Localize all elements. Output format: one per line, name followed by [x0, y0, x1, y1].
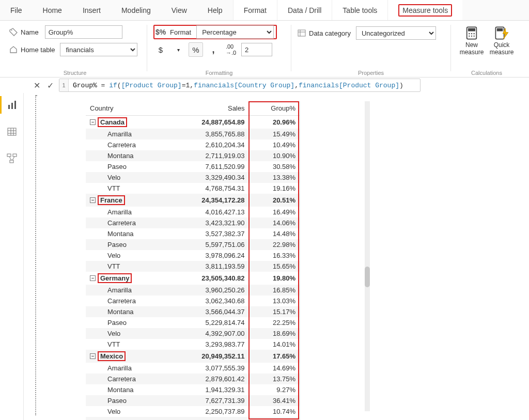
vertical-scrollbar[interactable] — [365, 101, 370, 411]
sales-value: 7,611,520.99 — [169, 161, 248, 172]
home-table-select[interactable]: financials — [60, 43, 137, 56]
decimals-input[interactable] — [241, 43, 272, 56]
decimal-auto-button[interactable]: .00→.0 — [224, 42, 238, 57]
ribbon-tab-home[interactable]: Home — [33, 0, 72, 20]
table-row[interactable]: Carretera2,610,204.3410.49% — [86, 139, 300, 150]
table-row[interactable]: Velo3,329,490.3413.38% — [86, 172, 300, 183]
grouppct-value: 20.51% — [249, 194, 300, 207]
ribbon-tab-measure-tools[interactable]: Measure tools — [387, 0, 462, 20]
product-name: Velo — [86, 250, 169, 261]
ribbon-tab-modeling[interactable]: Modeling — [111, 0, 161, 20]
ribbon-tab-format[interactable]: Format — [233, 0, 277, 20]
table-row[interactable]: Amarilla3,960,250.2616.85% — [86, 285, 300, 295]
formula-text[interactable]: Group% = if([Product Group]=1,financials… — [69, 82, 408, 89]
table-row[interactable]: Amarilla3,855,765.8815.49% — [86, 129, 300, 139]
table-row[interactable]: Velo2,250,737.8910.74% — [86, 406, 300, 417]
currency-button[interactable]: $ — [153, 42, 168, 57]
table-row[interactable]: Montana2,711,919.0310.90% — [86, 150, 300, 161]
table-row[interactable]: Paseo5,597,751.0622.98% — [86, 239, 300, 250]
collapse-icon[interactable]: – — [90, 119, 96, 125]
table-row[interactable]: Montana1,941,329.319.27% — [86, 384, 300, 395]
table-row[interactable]: VTT3,293,983.7714.01% — [86, 339, 300, 350]
tag-icon — [9, 28, 18, 36]
sales-value: 3,062,340.68 — [169, 295, 248, 306]
table-group-row[interactable]: – Canada24,887,654.8920.96% — [86, 116, 300, 129]
table-row[interactable]: Carretera3,062,340.6813.03% — [86, 295, 300, 306]
formula-commit-button[interactable]: ✓ — [43, 79, 57, 92]
report-view-button[interactable] — [0, 96, 24, 114]
grouppct-value: 22.98% — [249, 239, 300, 250]
column-header-sales[interactable]: Sales — [169, 101, 248, 116]
ribbon-tab-table-tools[interactable]: Table tools — [332, 0, 387, 20]
grouppct-value: 15.65% — [249, 261, 300, 272]
sales-value: 3,077,555.39 — [169, 363, 248, 374]
model-view-button[interactable] — [0, 150, 24, 167]
table-row[interactable]: VTT4,768,754.3119.16% — [86, 183, 300, 194]
country-name: Mexico — [98, 351, 126, 361]
new-measure-button[interactable]: New measure — [457, 25, 486, 56]
table-row[interactable]: VTT3,811,193.5915.65% — [86, 261, 300, 272]
product-name: Paseo — [86, 317, 169, 328]
format-select[interactable]: Percentage — [196, 25, 274, 39]
data-category-select[interactable]: Uncategorized — [356, 26, 436, 40]
collapse-icon[interactable]: – — [90, 275, 96, 281]
svg-rect-22 — [7, 154, 11, 157]
product-name: Paseo — [86, 239, 169, 250]
table-row[interactable]: Paseo5,229,814.7422.25% — [86, 317, 300, 328]
table-row[interactable]: Amarilla3,077,555.3914.69% — [86, 363, 300, 374]
country-name: Canada — [98, 117, 127, 127]
table-row[interactable]: Paseo7,627,731.3936.41% — [86, 395, 300, 406]
table-row[interactable]: Paseo7,611,520.9930.58% — [86, 161, 300, 172]
percent-button[interactable]: % — [189, 42, 203, 57]
sales-value: 3,172,396.71 — [169, 417, 248, 420]
sales-value: 3,293,983.77 — [169, 339, 248, 350]
product-name: Velo — [86, 328, 169, 339]
sales-value: 1,941,329.31 — [169, 384, 248, 395]
sales-value: 3,960,250.26 — [169, 285, 248, 295]
grouppct-value: 13.03% — [249, 295, 300, 306]
product-name: Carretera — [86, 295, 169, 306]
column-header-country[interactable]: Country — [86, 101, 169, 116]
currency-dropdown-button[interactable]: ▾ — [171, 42, 185, 57]
column-header-grouppct[interactable]: Group% — [249, 101, 300, 116]
grouppct-value: 20.96% — [249, 116, 300, 129]
table-row[interactable]: Velo3,978,096.2416.33% — [86, 250, 300, 261]
ribbon-tab-view[interactable]: View — [161, 0, 197, 20]
table-group-row[interactable]: – Germany23,505,340.8219.80% — [86, 272, 300, 285]
sales-value: 3,978,096.24 — [169, 250, 248, 261]
grouppct-value: 19.16% — [249, 183, 300, 194]
ribbon-tab-help[interactable]: Help — [197, 0, 233, 20]
thousands-separator-button[interactable]: , — [206, 42, 221, 57]
quick-measure-button[interactable]: Quick measure — [487, 25, 516, 56]
svg-rect-1 — [298, 30, 305, 36]
data-view-button[interactable] — [0, 123, 24, 141]
table-group-row[interactable]: – Mexico20,949,352.1117.65% — [86, 350, 300, 363]
measure-name-input[interactable] — [45, 25, 122, 39]
matrix-visual[interactable]: Country Sales Group% – Canada24,887,654.… — [86, 101, 300, 420]
table-group-row[interactable]: – France24,354,172.2820.51% — [86, 194, 300, 207]
sales-value: 2,711,919.03 — [169, 150, 248, 161]
sales-value: 5,597,751.06 — [169, 239, 248, 250]
table-row[interactable]: Velo4,392,907.0018.69% — [86, 328, 300, 339]
collapse-icon[interactable]: – — [90, 197, 96, 203]
ribbon-tab-insert[interactable]: Insert — [72, 0, 111, 20]
sales-value: 2,250,737.89 — [169, 406, 248, 417]
ribbon-tab-file[interactable]: File — [0, 0, 33, 20]
table-row[interactable]: Carretera3,423,321.9014.06% — [86, 217, 300, 228]
ribbon-tab-data-drill[interactable]: Data / Drill — [277, 0, 332, 20]
collapse-icon[interactable]: – — [90, 353, 96, 359]
sales-value: 4,016,427.13 — [169, 207, 248, 217]
formula-line-number: 1 — [59, 79, 69, 91]
product-name: Amarilla — [86, 207, 169, 217]
table-row[interactable]: Amarilla4,016,427.1316.49% — [86, 207, 300, 217]
table-row[interactable]: Montana3,527,382.3714.48% — [86, 228, 300, 239]
formula-bar[interactable]: 1 Group% = if([Product Group]=1,financia… — [59, 79, 421, 92]
svg-point-8 — [474, 33, 475, 34]
country-name: France — [98, 195, 125, 205]
formula-cancel-button[interactable]: ✕ — [30, 79, 43, 92]
table-row[interactable]: Carretera2,879,601.4213.75% — [86, 374, 300, 384]
svg-rect-17 — [8, 128, 16, 135]
grouppct-value: 22.25% — [249, 317, 300, 328]
table-row[interactable]: Montana3,566,044.3715.17% — [86, 306, 300, 317]
table-row[interactable]: VTT3,172,396.7115.14% — [86, 417, 300, 420]
